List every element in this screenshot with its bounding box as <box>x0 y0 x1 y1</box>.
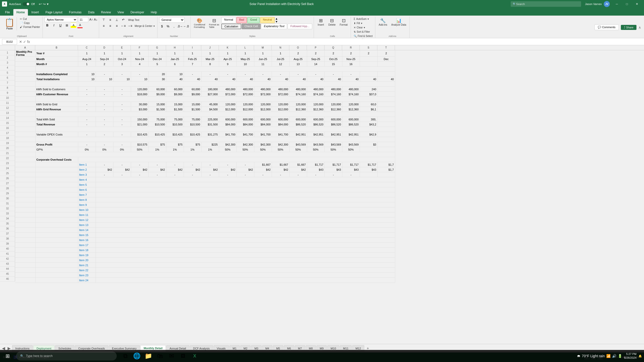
close-button[interactable]: ✕ <box>632 0 642 8</box>
cell-G17[interactable]: $10,425 <box>148 132 166 137</box>
row-num-37[interactable]: 37 <box>0 231 15 236</box>
cell-N8[interactable]: 480,000 <box>272 87 289 92</box>
tab-review[interactable]: Review <box>98 9 114 16</box>
cell-N3[interactable]: 12 <box>272 62 289 67</box>
cell-O17[interactable]: $42,951 <box>289 132 307 137</box>
cell-L1[interactable]: 1 <box>236 50 254 57</box>
cell-D3[interactable]: 2 <box>96 62 113 67</box>
cell-C8[interactable]: - <box>78 87 96 92</box>
col-header-P[interactable]: P <box>307 45 325 50</box>
cell-C12[interactable]: - <box>78 107 96 112</box>
cell-S12[interactable]: $6,1 <box>360 107 377 112</box>
cell-C45[interactable]: Item 23 <box>78 273 96 278</box>
align-center-button[interactable]: ≡ <box>107 23 113 29</box>
cut-button[interactable]: ✂ Cut <box>19 17 41 21</box>
cell-J24[interactable]: $42 <box>201 167 219 172</box>
cell-D5[interactable]: - <box>96 72 113 77</box>
cell-B17[interactable]: Variable OPEX Costs <box>35 132 78 137</box>
cell-M6[interactable]: 40 <box>254 77 272 82</box>
search-bar[interactable]: 🔍 Search <box>511 1 581 7</box>
cell-B6[interactable]: Total Installations <box>35 77 78 82</box>
cell-H11[interactable]: 15,000 <box>166 102 184 107</box>
row-num-15[interactable]: 15 <box>0 121 15 126</box>
cell-S11[interactable]: 60,0 <box>360 102 377 107</box>
cell-B15[interactable]: Total Revenue <box>35 122 78 127</box>
cell-O2[interactable]: Aug-25 <box>289 57 307 62</box>
row-num-29[interactable]: 29 <box>0 191 15 196</box>
row-num-32[interactable]: 32 <box>0 206 15 211</box>
cell-T15[interactable] <box>377 122 395 127</box>
style-good[interactable]: Good <box>247 17 260 23</box>
cell-H20[interactable]: 1% <box>166 147 184 152</box>
cell-H5[interactable]: 10 <box>166 72 184 77</box>
cell-R15[interactable]: $86,520 <box>342 122 360 127</box>
style-neutral[interactable]: Neutral <box>260 17 274 23</box>
cell-A4[interactable] <box>15 67 35 72</box>
row-num-12[interactable]: 12 <box>0 106 15 111</box>
start-button[interactable]: ⊞ <box>2 350 13 362</box>
text-direction-button[interactable]: ↶ <box>120 17 126 23</box>
cell-R9[interactable]: $74,160 <box>342 92 360 97</box>
row-num-4[interactable]: 4 <box>0 65 15 70</box>
row-num-20[interactable]: 20 <box>0 146 15 151</box>
cell-D1[interactable]: 1 <box>96 50 113 57</box>
cell-P23[interactable]: $1,717 <box>307 162 325 167</box>
align-left-button[interactable]: ≡ <box>101 23 106 29</box>
cell-L20[interactable]: 50% <box>236 147 254 152</box>
cell-N11[interactable]: 120,000 <box>272 102 289 107</box>
cell-H19[interactable]: $75 <box>166 142 184 147</box>
increase-indent-button[interactable]: →≡ <box>127 23 133 29</box>
cell-K3[interactable]: 9 <box>219 62 236 67</box>
font-name-select[interactable]: Aptos Narrow <box>45 17 77 22</box>
cell-M17[interactable]: $41,700 <box>254 132 272 137</box>
cell-C24[interactable]: Item 2 <box>78 167 96 172</box>
cell-Q23[interactable]: $1,717 <box>325 162 342 167</box>
cell-C36[interactable]: Item 14 <box>78 228 96 233</box>
row-num-21[interactable]: 21 <box>0 151 15 156</box>
cell-H6[interactable]: 40 <box>166 77 184 82</box>
delete-cell-button[interactable]: ⊟ Delete <box>327 17 337 27</box>
cell-D20[interactable]: 0% <box>96 147 113 152</box>
cell-Q9[interactable]: $74,160 <box>325 92 342 97</box>
row-num-43[interactable]: 43 <box>0 261 15 266</box>
cell-C46[interactable]: Item 24 <box>78 278 96 283</box>
more-commands[interactable]: ▾ <box>47 2 49 6</box>
cell-J8[interactable]: 180,000 <box>201 87 219 92</box>
confirm-formula-button[interactable]: ✓ <box>23 40 26 44</box>
cell-T20[interactable] <box>377 147 395 152</box>
cell-Q19[interactable]: $43,569 <box>325 142 342 147</box>
decrease-decimal-button[interactable]: ←.0 <box>183 24 189 29</box>
cell-H9[interactable]: $9,000 <box>166 92 184 97</box>
cell-P11[interactable]: 120,000 <box>307 102 325 107</box>
cell-O20[interactable]: 50% <box>289 147 307 152</box>
cell-I14[interactable]: 75,000 <box>184 117 201 122</box>
cell-C15[interactable]: - <box>78 122 96 127</box>
cell-P14[interactable]: 600,000 <box>307 117 325 122</box>
cell-H3[interactable]: 6 <box>166 62 184 67</box>
cell-R14[interactable]: 600,000 <box>342 117 360 122</box>
row-num-38[interactable]: 38 <box>0 236 15 241</box>
cell-R23[interactable]: $1,717 <box>342 162 360 167</box>
cell-N15[interactable]: $84,000 <box>272 122 289 127</box>
cell-C3[interactable]: 1 <box>78 62 96 67</box>
cell-M11[interactable]: 120,000 <box>254 102 272 107</box>
row-num-18[interactable]: 18 <box>0 136 15 141</box>
cell-G1[interactable]: 1 <box>148 50 166 57</box>
cell-H23[interactable]: - <box>166 162 184 167</box>
cell-R12[interactable]: $12,360 <box>342 107 360 112</box>
row-num-9[interactable]: 9 <box>0 90 15 96</box>
cell-K8[interactable]: 480,000 <box>219 87 236 92</box>
cell-C27[interactable]: Item 5 <box>78 182 96 187</box>
cell-R2[interactable]: Nov-25 <box>342 57 360 62</box>
style-bad[interactable]: Bad <box>236 17 247 23</box>
cell-D6[interactable]: 10 <box>96 77 113 82</box>
fill-button[interactable]: ⬇ Fill ▾ <box>353 21 363 25</box>
cell-T6[interactable]: 40 <box>377 77 395 82</box>
cell-G3[interactable]: 5 <box>148 62 166 67</box>
cell-A8[interactable] <box>15 87 35 92</box>
cell-C33[interactable]: Item 11 <box>78 212 96 217</box>
cell-F8[interactable]: 120,000 <box>131 87 148 92</box>
cell-A1[interactable]: Monthly ProForma <box>15 50 35 57</box>
cell-G24[interactable]: $42 <box>148 167 166 172</box>
cell-A9[interactable] <box>15 92 35 97</box>
